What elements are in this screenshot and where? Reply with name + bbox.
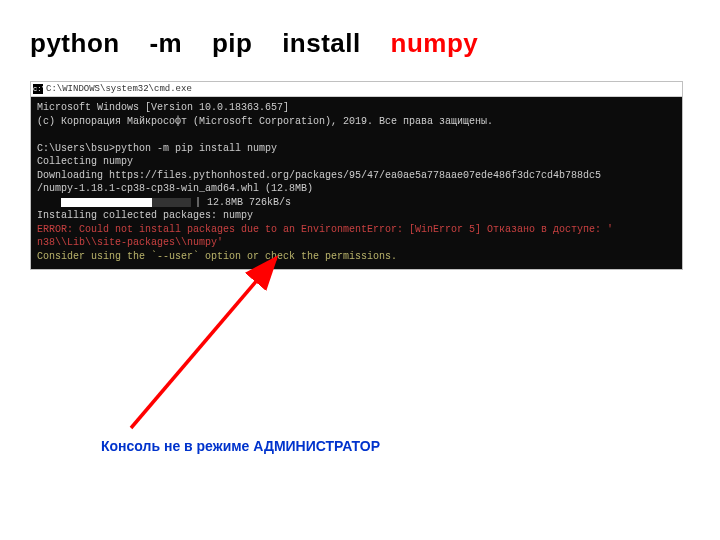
progress-text: | 12.8MB 726kB/s	[195, 197, 291, 208]
terminal-title-text: C:\WINDOWS\system32\cmd.exe	[46, 83, 192, 95]
cmd-word-python: python	[30, 28, 120, 58]
term-line-copyright: (c) Корпорация Майкрософт (Microsoft Cor…	[37, 115, 676, 129]
term-line-wheel: /numpy-1.18.1-cp38-cp38-win_amd64.whl (1…	[37, 182, 676, 196]
cmd-word-install: install	[282, 28, 361, 58]
term-line-progress: | 12.8MB 726kB/s	[37, 196, 676, 210]
term-line-collecting: Collecting numpy	[37, 155, 676, 169]
term-line-suggest: Consider using the `--user` option or ch…	[37, 250, 676, 264]
command-heading: python -m pip install numpy	[30, 28, 690, 59]
cmd-icon: c:\	[33, 84, 43, 94]
terminal-window: c:\ C:\WINDOWS\system32\cmd.exe Microsof…	[30, 81, 683, 270]
term-line-error2: n38\\Lib\\site-packages\\numpy'	[37, 236, 676, 250]
cmd-word-m: -m	[149, 28, 182, 58]
term-line-download: Downloading https://files.pythonhosted.o…	[37, 169, 676, 183]
progress-bar	[61, 198, 191, 207]
term-line-version: Microsoft Windows [Version 10.0.18363.65…	[37, 101, 676, 115]
term-line-error: ERROR: Could not install packages due to…	[37, 223, 676, 237]
cmd-word-package: numpy	[391, 28, 479, 58]
cmd-word-pip: pip	[212, 28, 253, 58]
svg-line-1	[131, 258, 276, 428]
term-line-prompt: C:\Users\bsu>python -m pip install numpy	[37, 142, 676, 156]
terminal-titlebar: c:\ C:\WINDOWS\system32\cmd.exe	[31, 82, 682, 97]
annotation-text: Консоль не в режиме АДМИНИСТРАТОР	[101, 438, 380, 454]
term-line-installing: Installing collected packages: numpy	[37, 209, 676, 223]
terminal-body: Microsoft Windows [Version 10.0.18363.65…	[31, 97, 682, 269]
annotation-arrow	[101, 250, 321, 430]
